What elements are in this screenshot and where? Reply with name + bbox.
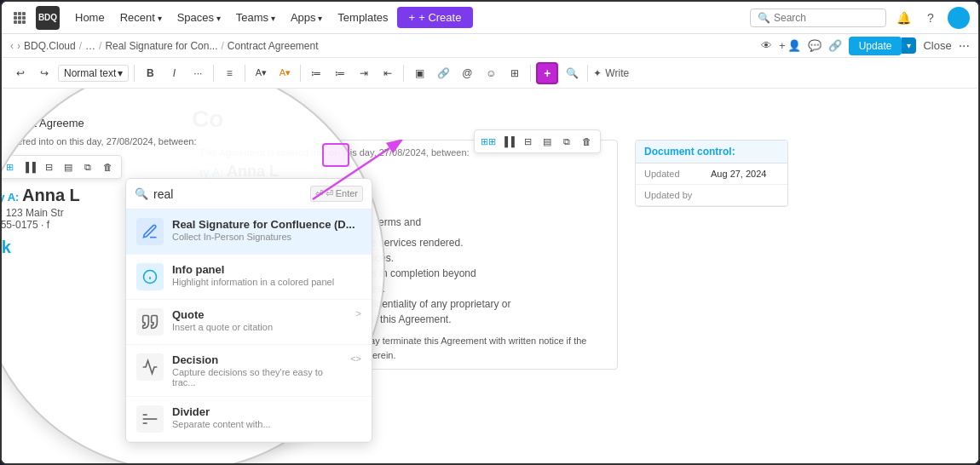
ft-grid-btn[interactable]: ⊟ (519, 133, 536, 150)
nav-items: Home Recent Spaces Teams Apps Templates … (68, 7, 747, 28)
nav-apps[interactable]: Apps (284, 8, 329, 27)
insert-search-input[interactable] (153, 187, 305, 201)
breadcrumb-ellipsis[interactable]: … (85, 40, 95, 52)
global-search-box[interactable]: 🔍 (750, 9, 886, 27)
ft-rows-btn[interactable]: ▤ (539, 133, 556, 150)
create-button[interactable]: + + Create (397, 7, 474, 28)
nav-spaces[interactable]: Spaces (170, 8, 228, 27)
menu-item-real-sig[interactable]: Real Signature for Confluence (D... Coll… (126, 210, 372, 255)
menu-item-divider[interactable]: Divider Separate content with... (126, 397, 372, 442)
image-button[interactable]: ▣ (409, 63, 429, 83)
divider-icon (136, 405, 164, 433)
close-button[interactable]: Close (923, 39, 951, 52)
outdent-button[interactable]: ⇤ (378, 63, 398, 83)
numbered-list-button[interactable]: ≔ (330, 63, 350, 83)
breadcrumb-contract[interactable]: Contract Agreement (228, 40, 319, 52)
toolbar-sep7 (587, 65, 588, 82)
help-icon[interactable]: ? (920, 8, 941, 28)
breadcrumb-right-actions: 👁 + 👤 💬 🔗 Update ▾ Close ··· (761, 37, 970, 55)
ft-delete-btn[interactable]: 🗑 (578, 133, 595, 150)
back-icon[interactable]: ‹ (10, 40, 14, 52)
grid-icon[interactable] (10, 9, 29, 27)
update-button[interactable]: Update (849, 37, 902, 55)
italic-button[interactable]: I (164, 63, 184, 83)
create-plus-icon: + (409, 11, 416, 24)
text-style-dropdown[interactable]: Normal text ▾ (58, 65, 129, 82)
info-panel-desc: Highlight information in a colored panel (172, 277, 361, 287)
comment-icon[interactable]: 💬 (808, 39, 821, 52)
insert-plus-button[interactable]: + (536, 62, 558, 84)
nav-templates[interactable]: Templates (331, 8, 395, 27)
eye-icon[interactable]: 👁 (761, 39, 772, 52)
table-button[interactable]: ⊞ (504, 63, 525, 83)
svg-rect-7 (18, 20, 21, 24)
font-color-button[interactable]: A▾ (251, 63, 271, 83)
divider-text: Divider Separate content with... (172, 405, 361, 429)
breadcrumb-sep2: / (99, 40, 101, 52)
toolbar-sep6 (530, 65, 531, 82)
breadcrumb-bdq[interactable]: BDQ.Cloud (24, 40, 76, 52)
nav-recent[interactable]: Recent (113, 8, 169, 27)
top-nav: BDQ Home Recent Spaces Teams Apps Templa… (2, 2, 978, 34)
float-toolbar-container: ⊞⊞ ▐▐ ⊟ ▤ ⧉ 🗑 (474, 129, 601, 153)
add-watcher-btn[interactable]: + 👤 (779, 39, 801, 52)
ft-table-btn[interactable]: ⊞⊞ (480, 133, 497, 150)
update-dropdown-arrow[interactable]: ▾ (902, 37, 916, 54)
undo-button[interactable]: ↩ (10, 63, 31, 83)
redo-button[interactable]: ↪ (34, 63, 55, 83)
dc-updated-value: Aug 27, 2024 (711, 169, 766, 179)
bullet-list-button[interactable]: ≔ (306, 63, 326, 83)
align-button[interactable]: ≡ (219, 63, 239, 83)
insert-dropdown: 🔍 ⏎ ⏎ Enter Real Signature for Confluenc… (125, 178, 372, 443)
quote-text: Quote Insert a quote or citation (172, 308, 348, 332)
mention-button[interactable]: @ (457, 63, 477, 83)
menu-item-quote[interactable]: Quote Insert a quote or citation > (126, 300, 372, 345)
more-actions-icon[interactable]: ··· (959, 38, 970, 54)
forward-icon[interactable]: › (17, 40, 20, 52)
info-panel-text: Info panel Highlight information in a co… (172, 263, 361, 287)
toolbar-sep3 (245, 65, 245, 82)
search-input[interactable] (774, 12, 859, 24)
nav-right: 🔍 🔔 ? (750, 7, 970, 29)
link-icon[interactable]: 🔗 (828, 39, 842, 52)
write-ai-button[interactable]: ✦ Write (593, 67, 629, 79)
toolbar-sep2 (213, 65, 214, 82)
notifications-icon[interactable]: 🔔 (893, 8, 914, 28)
circle-doc-label: Contract Agreeme (2, 117, 366, 129)
doc-control-header: Document control: (636, 141, 787, 164)
ft-rows-icon[interactable]: ▤ (60, 158, 77, 175)
real-sig-text: Real Signature for Confluence (D... Coll… (172, 218, 361, 242)
ft-copy-btn[interactable]: ⧉ (558, 133, 575, 150)
more-formatting-button[interactable]: ··· (187, 63, 208, 83)
menu-item-info-panel[interactable]: Info panel Highlight information in a co… (126, 255, 372, 300)
quote-shortcut: > (356, 308, 361, 319)
real-sig-title: Real Signature for Confluence (D... (172, 218, 361, 231)
emoji-button[interactable]: ☺ (481, 63, 501, 83)
svg-rect-3 (14, 16, 17, 20)
nav-home[interactable]: Home (68, 8, 112, 27)
breadcrumb-bar: ‹ › BDQ.Cloud / … / Real Signature for C… (2, 34, 978, 58)
link-button[interactable]: 🔗 (433, 63, 453, 83)
breadcrumb-real-sig[interactable]: Real Signature for Con... (105, 40, 217, 52)
indent-button[interactable]: ⇥ (354, 63, 374, 83)
ft-col-icon[interactable]: ▐▐ (20, 158, 37, 175)
svg-rect-0 (14, 12, 17, 15)
breadcrumb-sep3: / (221, 40, 223, 52)
menu-item-decision[interactable]: Decision Capture decisions so they're ea… (126, 345, 372, 397)
quote-desc: Insert a quote or citation (172, 322, 348, 332)
write-label: Write (605, 67, 629, 79)
ft-copy-icon[interactable]: ⧉ (79, 158, 96, 175)
highlight-button[interactable]: A▾ (274, 63, 295, 83)
bold-button[interactable]: B (140, 63, 160, 83)
user-avatar[interactable] (948, 7, 970, 29)
ft-trash-icon[interactable]: 🗑 (99, 158, 116, 175)
toolbar-sep5 (403, 65, 404, 82)
arrow-pointer (304, 140, 424, 211)
dc-updatedby-label: Updated by (644, 190, 704, 200)
nav-teams[interactable]: Teams (229, 8, 282, 27)
divider-desc: Separate content with... (172, 419, 361, 429)
ft-grid-icon[interactable]: ⊟ (40, 158, 57, 175)
search-content-button[interactable]: 🔍 (562, 63, 582, 83)
ft-col-btn[interactable]: ▐▐ (499, 133, 516, 150)
divider-title: Divider (172, 405, 361, 418)
